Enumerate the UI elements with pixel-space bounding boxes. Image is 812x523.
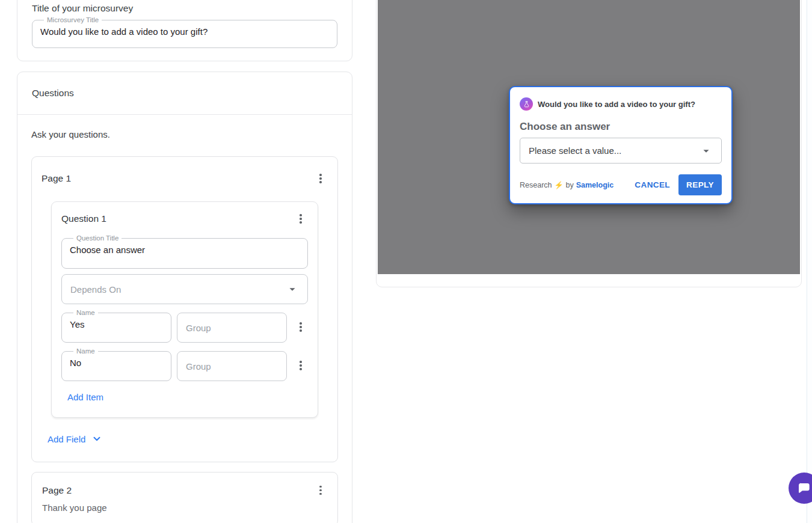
answer-select-placeholder: Please select a value... xyxy=(529,145,621,156)
item2-name-field[interactable]: Name No xyxy=(61,347,171,381)
title-panel-heading: Title of your microsurvey xyxy=(32,3,337,14)
lightning-bolt-icon: ⚡ xyxy=(555,181,564,189)
item1-group-placeholder: Group xyxy=(186,323,211,333)
chat-bubble-icon xyxy=(796,480,812,496)
modal-footer: Research ⚡ by Samelogic CANCEL REPLY xyxy=(520,174,722,195)
page2-subtitle: Thank you page xyxy=(42,503,328,513)
modal-prompt: Choose an answer xyxy=(520,121,722,133)
page2-card: Page 2 Thank you page xyxy=(31,472,338,523)
microsurvey-title-label: Microsurvey Title xyxy=(47,16,99,23)
flask-icon xyxy=(523,100,531,108)
depends-on-placeholder: Depends On xyxy=(70,284,121,295)
question1-title: Question 1 xyxy=(61,213,106,224)
answer-item-row: Name No Group xyxy=(61,347,308,381)
answer-select[interactable]: Please select a value... xyxy=(520,138,722,164)
item1-name-field[interactable]: Name Yes xyxy=(61,309,171,343)
item2-name-label: Name xyxy=(76,347,95,355)
chevron-down-icon xyxy=(91,433,102,444)
questions-panel: Questions Ask your questions. Page 1 Que… xyxy=(17,72,352,523)
questions-heading: Questions xyxy=(32,88,337,99)
item1-group-field[interactable]: Group xyxy=(177,313,287,343)
depends-on-select[interactable]: Depends On xyxy=(61,274,308,304)
cancel-button[interactable]: CANCEL xyxy=(635,180,670,189)
dropdown-caret-icon xyxy=(286,283,299,296)
page2-title: Page 2 xyxy=(42,485,72,496)
dropdown-caret-icon xyxy=(700,144,713,158)
item2-name-value[interactable]: No xyxy=(69,358,164,368)
item2-group-placeholder: Group xyxy=(186,361,211,372)
add-item-button[interactable]: Add Item xyxy=(67,392,103,402)
add-field-button[interactable]: Add Field xyxy=(48,433,102,444)
questions-panel-header: Questions xyxy=(17,72,352,115)
powered-by: Research ⚡ by Samelogic xyxy=(520,181,614,189)
microsurvey-title-panel: Title of your microsurvey Microsurvey Ti… xyxy=(17,0,352,61)
item2-menu-icon[interactable] xyxy=(294,358,308,373)
question1-header: Question 1 xyxy=(61,212,308,226)
page1-title: Page 1 xyxy=(42,173,71,184)
survey-preview-modal: Would you like to add a video to your gi… xyxy=(509,86,733,204)
item1-name-value[interactable]: Yes xyxy=(69,319,164,329)
questions-subheading: Ask your questions. xyxy=(31,129,338,139)
samelogic-flask-avatar-icon xyxy=(520,97,533,111)
page1-card: Page 1 Question 1 Question Title Choose … xyxy=(31,156,338,462)
questions-panel-content: Ask your questions. Page 1 Question 1 Qu… xyxy=(17,115,352,523)
item1-menu-icon[interactable] xyxy=(294,320,308,334)
question1-menu-icon[interactable] xyxy=(294,212,308,226)
item2-group-field[interactable]: Group xyxy=(177,351,287,381)
page2-header: Page 2 xyxy=(42,483,328,498)
samelogic-link[interactable]: Samelogic xyxy=(576,181,614,189)
page1-menu-icon[interactable] xyxy=(313,171,328,186)
scrollbar-track[interactable] xyxy=(807,0,812,523)
question-title-label: Question Title xyxy=(76,234,118,242)
question-title-value[interactable]: Choose an answer xyxy=(69,245,300,255)
reply-button[interactable]: REPLY xyxy=(678,174,722,195)
item1-name-label: Name xyxy=(76,309,95,316)
microsurvey-title-value[interactable]: Would you like to add a video to your gi… xyxy=(40,26,330,37)
microsurvey-title-field[interactable]: Microsurvey Title Would you like to add … xyxy=(32,16,337,48)
question1-card: Question 1 Question Title Choose an answ… xyxy=(51,201,318,418)
chat-launcher-button[interactable] xyxy=(789,473,812,504)
page2-menu-icon[interactable] xyxy=(313,483,328,498)
modal-question-text: Would you like to add a video to your gi… xyxy=(538,100,695,109)
page1-header: Page 1 xyxy=(42,171,328,186)
question-title-field[interactable]: Question Title Choose an answer xyxy=(61,234,308,269)
answer-item-row: Name Yes Group xyxy=(61,309,308,343)
modal-header: Would you like to add a video to your gi… xyxy=(520,97,722,111)
